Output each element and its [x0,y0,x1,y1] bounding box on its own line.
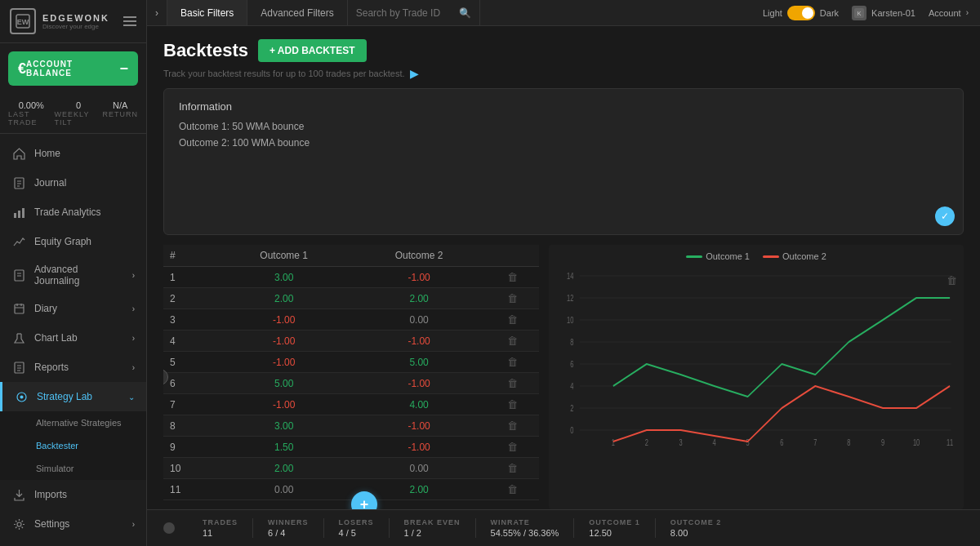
row-outcome2: -1.00 [351,267,486,288]
row-outcome2: 0.00 [351,309,486,331]
page-subtitle: Track your backtest results for up to 10… [163,67,964,80]
svg-text:6: 6 [570,360,573,369]
table-row: 13.00-1.00🗑 [163,267,539,288]
row-action: 🗑 [487,373,539,394]
logo-title: EDGEWONK [42,13,109,23]
outcome1-value: 12.50 [589,528,640,538]
footer-stat-trades: TRADES 11 [188,518,253,538]
svg-text:4: 4 [712,438,715,447]
sidebar-item-diary[interactable]: Diary › [0,294,146,323]
losers-value: 4 / 5 [339,528,374,538]
svg-text:12: 12 [567,294,573,303]
svg-rect-8 [22,208,24,218]
data-table: # Outcome 1 Outcome 2 13.00-1.00🗑22.002.… [163,245,539,500]
subnav-alternative-strategies[interactable]: Alternative Strategies [0,411,146,434]
svg-text:1: 1 [612,438,615,447]
topbar-right: Light Dark K Karsten-01 Account › [751,0,980,25]
delete-row-button[interactable]: 🗑 [507,419,518,432]
sidebar-item-journal[interactable]: Journal [0,168,146,198]
diary-icon [11,301,26,316]
video-icon[interactable]: ▶ [410,67,419,80]
delete-row-button[interactable]: 🗑 [507,356,518,368]
sidebar-item-home-label: Home [34,148,60,159]
account-balance-button[interactable]: € ACCOUNT BALANCE − [8,51,138,86]
return-stat: N/A RETURN [103,100,139,127]
chevron-right-icon: › [132,271,135,280]
delete-row-button[interactable]: 🗑 [507,292,518,304]
info-edit-button[interactable]: ✓ [935,206,955,226]
delete-row-button[interactable]: 🗑 [507,313,518,326]
table-row: 102.000.00🗑 [163,458,539,479]
sidebar-item-equity-label: Equity Graph [34,236,91,247]
sidebar-item-settings[interactable]: Settings › [0,509,146,539]
sidebar-item-advanced-journaling[interactable]: Advanced Journaling › [0,256,146,294]
row-outcome1: -1.00 [216,331,351,352]
sidebar-item-home[interactable]: Home [0,139,146,168]
logo-icon: EW [10,8,36,34]
tab-basic-filters[interactable]: Basic Filters [167,0,247,25]
theme-light-label: Light [763,8,782,18]
add-backtest-button[interactable]: + ADD BACKTEST [258,39,367,62]
search-input[interactable] [356,7,454,19]
sidebar-item-imports[interactable]: Imports [0,480,146,509]
row-outcome2: 4.00 [351,394,486,415]
footer-stat-losers: LOSERS 4 / 5 [324,518,390,538]
outcome1-label: OUTCOME 1 [589,518,640,526]
subnav-backtester[interactable]: Backtester [0,434,146,457]
theme-toggle[interactable]: Light Dark [763,6,839,20]
winners-label: WINNERS [268,518,309,526]
row-num: 9 [163,437,216,458]
sidebar-item-settings-label: Settings [34,518,69,530]
topbar-back-arrow[interactable]: › [147,0,167,25]
delete-row-button[interactable]: 🗑 [507,335,518,347]
svg-text:6: 6 [780,438,783,447]
delete-row-button[interactable]: 🗑 [507,398,518,411]
sidebar-item-strategy-label: Strategy Lab [37,391,92,402]
winrate-value: 54.55% / 36.36% [491,528,559,538]
col-header-action [487,245,539,267]
sidebar-item-equity-graph[interactable]: Equity Graph [0,227,146,256]
row-outcome1: 0.00 [216,479,351,500]
account-menu[interactable]: Account › [929,8,969,18]
delete-row-button[interactable]: 🗑 [507,441,518,453]
legend-outcome1: Outcome 1 [686,251,750,261]
analytics-icon [11,205,26,220]
nav-items: Home Journal Trade Analytics Equity Grap… [0,134,146,546]
username-label: Karsten-01 [871,8,915,18]
tab-advanced-filters[interactable]: Advanced Filters [247,0,347,25]
svg-text:K: K [858,11,862,16]
theme-switch[interactable] [787,6,815,20]
page-title-row: Backtests + ADD BACKTEST [163,39,964,62]
user-info[interactable]: K Karsten-01 [852,6,915,20]
advanced-journal-icon [11,268,26,282]
row-action: 🗑 [487,352,539,373]
logo-area: EW EDGEWONK Discover your edge [0,0,146,43]
toggle-knob [802,7,813,19]
svg-text:10: 10 [913,438,920,447]
chevron-down-icon: ⌄ [128,393,135,402]
menu-icon[interactable] [123,16,136,26]
legend-dot-green [686,255,702,258]
delete-row-button[interactable]: 🗑 [507,483,518,495]
row-outcome1: 3.00 [216,415,351,437]
topbar: › Basic Filters Advanced Filters 🔍 Light [147,0,980,26]
svg-text:3: 3 [679,438,682,447]
subnav-simulator[interactable]: Simulator [0,457,146,480]
search-icon[interactable]: 🔍 [459,7,471,19]
sidebar-item-diary-label: Diary [34,303,57,314]
delete-row-button[interactable]: 🗑 [507,377,518,389]
table-row: 7-1.004.00🗑 [163,394,539,415]
svg-text:8: 8 [570,338,573,347]
row-action: 🗑 [487,288,539,309]
content-area: Information Outcome 1: 50 WMA bounce Out… [147,88,980,509]
sidebar-item-chart-lab[interactable]: Chart Lab › [0,323,146,353]
row-outcome1: 3.00 [216,267,351,288]
delete-row-button[interactable]: 🗑 [507,271,518,283]
sidebar-item-reports[interactable]: Reports › [0,353,146,382]
chart-delete-button[interactable]: 🗑 [947,274,957,286]
row-outcome2: -1.00 [351,415,486,437]
delete-row-button[interactable]: 🗑 [507,462,518,474]
sidebar-item-strategy-lab[interactable]: Strategy Lab ⌄ [0,382,146,411]
sidebar-item-trade-analytics[interactable]: Trade Analytics [0,198,146,227]
sidebar-item-chart-lab-label: Chart Lab [34,332,78,344]
